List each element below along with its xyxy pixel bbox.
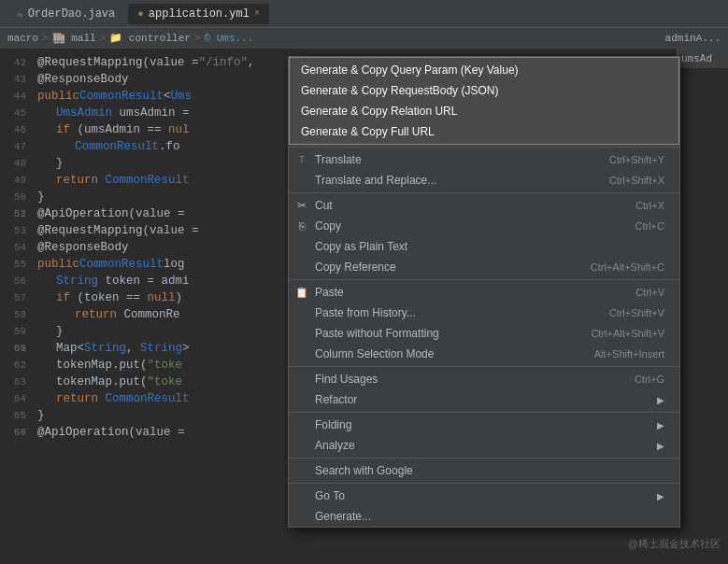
- right-panel-label: umsAd: [681, 52, 712, 64]
- menu-item-generate-full-url[interactable]: Generate & Copy Full URL: [290, 121, 678, 142]
- java-icon: ☕: [17, 7, 23, 20]
- menu-item-generate-requestbody[interactable]: Generate & Copy RequestBody (JSON): [290, 80, 678, 101]
- menu-item-copy-reference[interactable]: Copy Reference Ctrl+Alt+Shift+C: [289, 257, 679, 277]
- shortcut: Ctrl+Shift+Y: [609, 154, 664, 165]
- menu-highlighted-section: Generate & Copy Query Param (Key Value) …: [289, 57, 679, 145]
- menu-label: Find Usages: [315, 373, 616, 386]
- shortcut: Ctrl+Alt+Shift+C: [591, 261, 664, 273]
- tab-close-button[interactable]: ×: [254, 8, 260, 19]
- shortcut: Ctrl+C: [635, 220, 664, 232]
- menu-label: Paste from History...: [315, 306, 591, 319]
- shortcut: Ctrl+Alt+Shift+V: [591, 328, 664, 339]
- menu-item-search-google[interactable]: Search with Google: [289, 460, 679, 481]
- menu-item-translate-replace[interactable]: Translate and Replace... Ctrl+Shift+X: [289, 170, 679, 190]
- menu-label: Generate & Copy Query Param (Key Value): [301, 63, 664, 77]
- menu-item-goto[interactable]: Go To ▶: [289, 486, 679, 506]
- breadcrumb-right: adminA...: [665, 33, 721, 44]
- menu-divider: [289, 366, 679, 367]
- breadcrumb-macro: macro: [7, 33, 38, 44]
- tab-label-order-dao: OrderDao.java: [28, 7, 116, 21]
- menu-label: Search with Google: [315, 464, 664, 477]
- breadcrumb-class: © Ums...: [204, 33, 253, 44]
- menu-item-column-selection[interactable]: Column Selection Mode Alt+Shift+Insert: [289, 344, 679, 364]
- menu-label: Paste without Formatting: [315, 327, 572, 340]
- editor-background: ☕ OrderDao.java ● application.yml × macr…: [0, 0, 728, 564]
- cut-icon: ✂: [294, 198, 309, 213]
- menu-item-cut[interactable]: ✂ Cut Ctrl+X: [289, 195, 679, 216]
- context-menu: Generate & Copy Query Param (Key Value) …: [288, 56, 680, 528]
- menu-item-folding[interactable]: Folding ▶: [289, 415, 679, 435]
- menu-label: Copy Reference: [315, 261, 572, 274]
- menu-divider: [289, 458, 679, 458]
- yml-icon: ●: [137, 8, 144, 20]
- menu-label: Paste: [315, 286, 617, 299]
- menu-item-generate-query-param[interactable]: Generate & Copy Query Param (Key Value): [290, 60, 678, 80]
- tab-application-yml[interactable]: ● application.yml ×: [128, 4, 269, 24]
- menu-label: Go To: [315, 489, 648, 502]
- menu-label: Translate and Replace...: [315, 174, 591, 187]
- menu-divider: [289, 412, 679, 413]
- menu-item-translate[interactable]: T Translate Ctrl+Shift+Y: [289, 149, 679, 170]
- menu-label: Analyze: [315, 439, 648, 452]
- breadcrumb-controller: 📁 controller: [109, 32, 191, 44]
- menu-label: Copy: [315, 219, 617, 233]
- breadcrumb-mall: 🏬 mall: [52, 32, 96, 44]
- menu-item-paste-no-format[interactable]: Paste without Formatting Ctrl+Alt+Shift+…: [289, 323, 679, 344]
- translate-icon: T: [294, 152, 309, 167]
- menu-item-paste-history[interactable]: Paste from History... Ctrl+Shift+V: [289, 303, 679, 323]
- tab-label-application-yml: application.yml: [149, 7, 250, 21]
- watermark: @稀土掘金技术社区: [628, 537, 721, 551]
- menu-item-find-usages[interactable]: Find Usages Ctrl+G: [289, 369, 679, 389]
- arrow-icon: ▶: [657, 491, 664, 501]
- shortcut: Ctrl+V: [635, 287, 664, 298]
- menu-item-refactor[interactable]: Refactor ▶: [289, 389, 679, 410]
- arrow-icon: ▶: [657, 420, 664, 430]
- menu-divider: [289, 483, 679, 484]
- menu-label: Translate: [315, 153, 591, 166]
- shortcut: Ctrl+Shift+V: [609, 307, 664, 318]
- menu-divider: [289, 147, 679, 148]
- menu-label: Column Selection Mode: [315, 347, 576, 360]
- menu-item-generate-relation-url[interactable]: Generate & Copy Relation URL: [290, 101, 678, 121]
- menu-label: Refactor: [315, 393, 648, 406]
- menu-item-copy-plain-text[interactable]: Copy as Plain Text: [289, 236, 679, 257]
- shortcut: Ctrl+G: [635, 374, 664, 385]
- menu-label: Generate & Copy Full URL: [301, 125, 664, 138]
- paste-icon: 📋: [294, 285, 309, 300]
- menu-label: Generate & Copy RequestBody (JSON): [301, 84, 664, 97]
- menu-item-analyze[interactable]: Analyze ▶: [289, 435, 679, 456]
- menu-label: Copy as Plain Text: [315, 240, 664, 253]
- menu-item-generate[interactable]: Generate...: [289, 506, 679, 527]
- menu-divider: [289, 192, 679, 193]
- menu-label: Generate...: [315, 510, 664, 523]
- copy-icon: ⎘: [294, 219, 309, 233]
- shortcut: Ctrl+Shift+X: [609, 175, 664, 186]
- tab-bar: ☕ OrderDao.java ● application.yml ×: [0, 0, 728, 28]
- shortcut: Ctrl+X: [635, 200, 664, 211]
- menu-divider: [289, 279, 679, 280]
- arrow-icon: ▶: [657, 441, 664, 451]
- menu-label: Cut: [315, 199, 617, 212]
- tab-order-dao[interactable]: ☕ OrderDao.java: [7, 4, 124, 24]
- shortcut: Alt+Shift+Insert: [594, 348, 664, 360]
- right-panel: umsAd: [677, 49, 728, 68]
- breadcrumb: macro > 🏬 mall > 📁 controller > © Ums...…: [0, 28, 728, 49]
- menu-item-paste[interactable]: 📋 Paste Ctrl+V: [289, 282, 679, 303]
- menu-label: Folding: [315, 418, 648, 431]
- menu-label: Generate & Copy Relation URL: [301, 105, 664, 118]
- menu-item-copy[interactable]: ⎘ Copy Ctrl+C: [289, 216, 679, 236]
- arrow-icon: ▶: [657, 395, 664, 405]
